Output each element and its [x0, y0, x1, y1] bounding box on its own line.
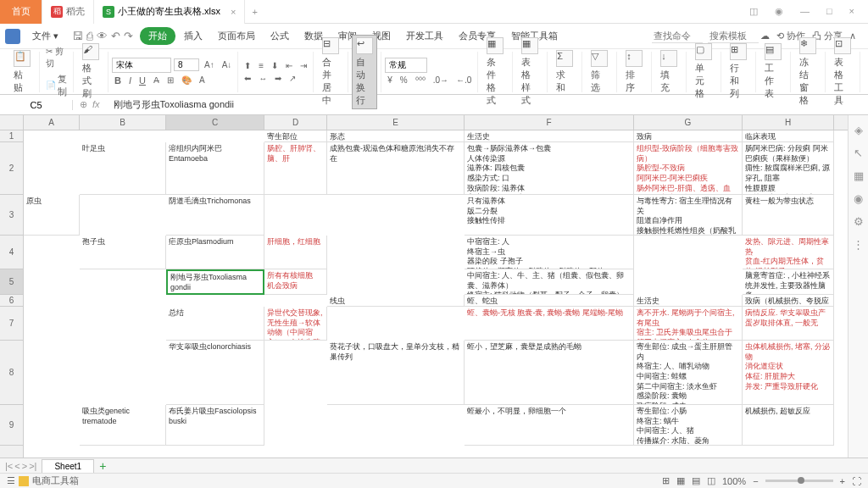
- col-header-A[interactable]: A: [24, 115, 80, 130]
- sb-menu-icon[interactable]: ☰: [7, 475, 15, 486]
- tab-docker[interactable]: 稻稻壳: [42, 0, 94, 24]
- fill-button[interactable]: ↓填充: [655, 50, 682, 94]
- win-close-icon[interactable]: ×: [844, 4, 860, 19]
- cell-H1[interactable]: 临床表现: [743, 130, 834, 142]
- cell-C3[interactable]: 阴道毛滴虫Trichomonas: [166, 195, 264, 236]
- cell-H6[interactable]: 致病（机械损伤、夸脱应用）: [743, 295, 834, 307]
- sb-view2-icon[interactable]: ▦: [676, 475, 685, 486]
- sheet-last-icon[interactable]: >|: [29, 461, 36, 471]
- cell-F5[interactable]: 中间宿主: 人、牛、主、猪（组囊、假包囊、卵囊、滋养体） 终宿主: 猫科动物（裂…: [465, 269, 634, 295]
- side-select-icon[interactable]: ↖: [854, 147, 863, 159]
- currency-icon[interactable]: ¥: [385, 75, 395, 86]
- side-ai-icon[interactable]: ◈: [854, 124, 863, 136]
- row-header-2[interactable]: 2: [0, 142, 23, 195]
- side-clip-icon[interactable]: ◉: [854, 192, 863, 205]
- menu-start[interactable]: 开始: [140, 27, 175, 45]
- cell-F4[interactable]: 中宿宿主: 人 终宿主→虫 器染的段 子孢子 环状体→顺育体→裂殖体→裂殖体→配…: [465, 236, 634, 269]
- comma-icon[interactable]: ⁰⁰⁰: [413, 75, 428, 86]
- search-template-input[interactable]: [708, 29, 759, 43]
- align-right-icon[interactable]: ➡: [272, 73, 284, 84]
- row-header-9[interactable]: 9: [0, 405, 23, 446]
- sb-view3-icon[interactable]: ▤: [692, 475, 700, 486]
- sheet-button[interactable]: ▤工作表: [760, 43, 787, 100]
- align-bot-icon[interactable]: ⬇: [269, 60, 281, 71]
- col-header-B[interactable]: B: [80, 115, 166, 130]
- strike-button[interactable]: A̶: [151, 75, 162, 86]
- align-center-icon[interactable]: ↔: [256, 73, 270, 84]
- cell-H3[interactable]: 黄柱一般为带虫状态: [743, 195, 834, 236]
- cell-F1[interactable]: 生活史: [465, 130, 634, 142]
- cell-B9[interactable]: 吸虫类genetic trematode: [80, 405, 166, 446]
- percent-icon[interactable]: %: [398, 75, 410, 86]
- cell-F2[interactable]: 包囊→肠际滋养体→包囊 人体传染源 滋养体: 四核包囊 感染方式: 口 致病阶段…: [465, 142, 634, 195]
- zoom-in-button[interactable]: +: [840, 476, 845, 486]
- cell-H9[interactable]: 机械损伤, 超敏反应: [743, 405, 834, 446]
- sheet-next-icon[interactable]: >: [22, 461, 27, 471]
- menu-insert[interactable]: 插入: [177, 26, 209, 46]
- cell-D4[interactable]: 肝细胞，红细胞: [264, 236, 327, 269]
- tools-button[interactable]: ⊡表格工具: [829, 37, 856, 107]
- row-header-5[interactable]: 5: [0, 269, 23, 295]
- bold-button[interactable]: B: [112, 75, 124, 86]
- col-header-D[interactable]: D: [264, 115, 327, 130]
- zoom-out-button[interactable]: −: [753, 476, 758, 486]
- sum-button[interactable]: Σ求和: [551, 50, 578, 94]
- paste-button[interactable]: 📋粘贴: [8, 50, 36, 94]
- cell-B4[interactable]: 孢子虫: [80, 236, 166, 269]
- align-top-icon[interactable]: ⬆: [242, 60, 253, 71]
- col-header-G[interactable]: G: [634, 115, 743, 130]
- underline-button[interactable]: U: [136, 75, 148, 86]
- sb-view1-icon[interactable]: ⊞: [662, 475, 670, 486]
- sheet-prev-icon[interactable]: <: [14, 461, 19, 471]
- col-header-C[interactable]: C: [166, 115, 264, 130]
- print-icon[interactable]: ⎙: [86, 30, 93, 42]
- sheet-first-icon[interactable]: |<: [5, 461, 13, 471]
- cell-H8[interactable]: 虫体机械损伤, 堵塞, 分泌物 消化道症状 体征: 肝脏肿大 并发: 严重导致肝…: [743, 341, 834, 405]
- row-header-1[interactable]: 1: [0, 130, 23, 142]
- cell-C2[interactable]: 溶组织内阿米巴Entamoeba: [166, 142, 264, 195]
- dec-dec-icon[interactable]: ←.0: [453, 75, 474, 86]
- sort-button[interactable]: ↕排序: [620, 50, 648, 94]
- font-inc-icon[interactable]: A↑: [202, 59, 217, 70]
- number-format-select[interactable]: 常规: [385, 58, 427, 73]
- fx-icon[interactable]: fx: [92, 99, 100, 110]
- sb-toolbox-icon[interactable]: [19, 476, 29, 486]
- cell-C7[interactable]: 总结: [166, 307, 264, 341]
- font-dec-icon[interactable]: A↓: [220, 59, 235, 70]
- cell-E8[interactable]: 葵花子状，口吸盘大，皇单分支枝，精巢传列: [327, 341, 465, 405]
- cell-H2[interactable]: 肠阿米巴病: 分段痢 阿米巴痢疾（果样脓便） 痈性: 脓腐腐样米巴痢, 源穿孔,…: [743, 142, 834, 195]
- name-box[interactable]: C5: [0, 100, 73, 110]
- cloud-icon[interactable]: ☁: [760, 30, 770, 42]
- save-icon[interactable]: 🖫: [72, 30, 83, 42]
- orient-icon[interactable]: ↗: [287, 73, 298, 84]
- redo-icon[interactable]: ↷: [124, 30, 133, 42]
- cell-C5[interactable]: 刚地弓形虫Toxoliasma gondii: [166, 269, 264, 295]
- search-command-input[interactable]: [652, 29, 703, 43]
- tab-home[interactable]: 首页: [0, 0, 42, 24]
- filter-button[interactable]: ▽筛选: [586, 50, 613, 94]
- col-header-E[interactable]: E: [327, 115, 465, 130]
- merge-button[interactable]: ⊟合并居中: [317, 37, 344, 107]
- win-notes-icon[interactable]: ◫: [744, 4, 763, 19]
- dec-inc-icon[interactable]: .0→: [431, 75, 451, 86]
- cell-E2[interactable]: 成熟包囊-观滋色体和糖原泡消失不存在: [327, 142, 465, 195]
- cell-G7[interactable]: 离不开水. 尾蚴两于个间宿主, 有尾虫 宿主: 卫氏并集吸虫尾虫合于第三中间宿主…: [634, 307, 743, 341]
- zoom-slider[interactable]: [765, 480, 833, 482]
- side-setting-icon[interactable]: ⚙: [854, 215, 864, 228]
- indent-dec-icon[interactable]: ⇤: [283, 60, 295, 71]
- freeze-button[interactable]: ❄冻结窗格: [794, 37, 821, 107]
- indent-inc-icon[interactable]: ⇥: [298, 60, 309, 71]
- cell-G3[interactable]: 与毒性寄方: 宿主生理情况有关 阻道自净作用 接触损性耗燃性组炎（奶酸乳制杆菌的…: [634, 195, 743, 236]
- cell-C8[interactable]: 华支睾吸虫clonorchiasis: [166, 341, 264, 405]
- side-more-icon[interactable]: ⋮: [853, 238, 864, 251]
- win-min-icon[interactable]: —: [795, 4, 815, 19]
- copy-button[interactable]: 📄 复制: [43, 72, 70, 99]
- cell-A3[interactable]: 原虫: [24, 195, 80, 236]
- cell-F8[interactable]: 蛭小，望芝麻，囊壁是成熟的毛蚴: [465, 341, 634, 405]
- cell-D2[interactable]: 肠腔、肝肺肾、脑、肝: [264, 142, 327, 195]
- cell-H4[interactable]: 发热、隙元进、周期性寒热 贫血-红内期无性体，贫热-记长型子 杨子（间日, 卵间…: [743, 236, 834, 269]
- side-style-icon[interactable]: ▦: [854, 169, 864, 182]
- cond-format-button[interactable]: ▦条件格式: [481, 37, 509, 107]
- tab-close-icon[interactable]: ×: [231, 7, 236, 17]
- row-header-6[interactable]: 6: [0, 295, 23, 307]
